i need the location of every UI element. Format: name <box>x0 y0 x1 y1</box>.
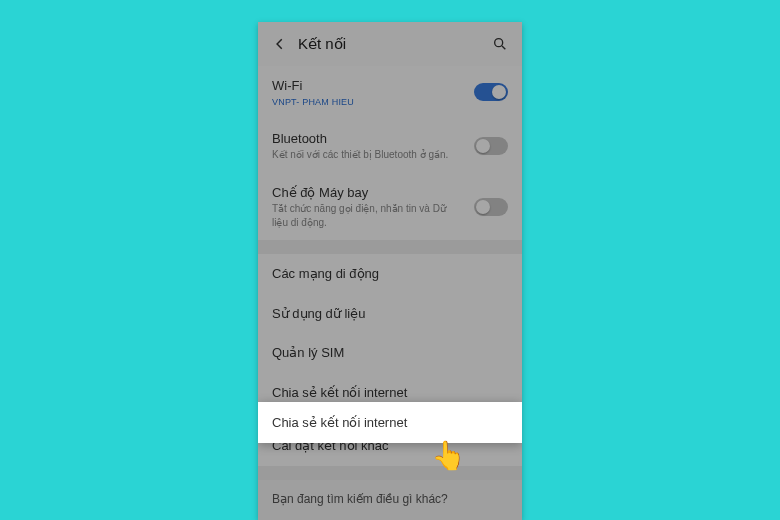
back-icon[interactable] <box>270 34 290 54</box>
svg-point-0 <box>495 39 503 47</box>
sim-label: Quản lý SIM <box>272 344 498 362</box>
bluetooth-sub: Kết nối với các thiết bị Bluetooth ở gần… <box>272 148 464 162</box>
row-data-usage[interactable]: Sử dụng dữ liệu <box>258 294 522 334</box>
highlight-label: Chia sẻ kết nối internet <box>272 415 508 430</box>
svg-line-1 <box>502 46 505 49</box>
airplane-label: Chế độ Máy bay <box>272 184 464 202</box>
airplane-toggle[interactable] <box>474 198 508 216</box>
highlight-row-tethering[interactable]: Chia sẻ kết nối internet <box>258 402 522 443</box>
bluetooth-toggle[interactable] <box>474 137 508 155</box>
row-wifi[interactable]: Wi-Fi VNPT- PHAM HIEU <box>258 66 522 119</box>
data-usage-label: Sử dụng dữ liệu <box>272 305 498 323</box>
header-bar: Kết nối <box>258 22 522 66</box>
phone-screen: Kết nối Wi-Fi VNPT- PHAM HIEU Bluetooth … <box>258 22 522 520</box>
mobile-networks-label: Các mạng di động <box>272 265 498 283</box>
airplane-sub: Tắt chức năng gọi điện, nhắn tin và Dữ l… <box>272 202 464 229</box>
settings-list: Wi-Fi VNPT- PHAM HIEU Bluetooth Kết nối … <box>258 66 522 518</box>
wifi-sub: VNPT- PHAM HIEU <box>272 96 464 108</box>
search-icon[interactable] <box>490 34 510 54</box>
bluetooth-label: Bluetooth <box>272 130 464 148</box>
search-hint: Bạn đang tìm kiếm điều gì khác? <box>258 480 522 518</box>
section-gap-3 <box>258 466 522 480</box>
pointing-hand-icon: 👆 <box>431 439 466 472</box>
row-sim[interactable]: Quản lý SIM <box>258 333 522 373</box>
wifi-toggle[interactable] <box>474 83 508 101</box>
row-airplane[interactable]: Chế độ Máy bay Tắt chức năng gọi điện, n… <box>258 173 522 241</box>
page-title: Kết nối <box>298 35 490 53</box>
row-mobile-networks[interactable]: Các mạng di động <box>258 254 522 294</box>
row-bluetooth[interactable]: Bluetooth Kết nối với các thiết bị Bluet… <box>258 119 522 173</box>
tethering-label: Chia sẻ kết nối internet <box>272 384 498 402</box>
section-gap <box>258 240 522 254</box>
wifi-label: Wi-Fi <box>272 77 464 95</box>
